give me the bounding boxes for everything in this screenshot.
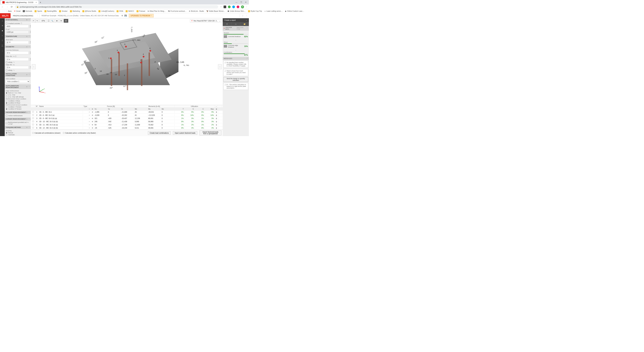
row-expand-icon[interactable]: ✥ (91, 123, 94, 126)
anchor-5[interactable] (125, 46, 127, 47)
row-expand-icon[interactable]: ✥ (91, 117, 94, 120)
view-2d-button[interactable]: 2D (64, 19, 68, 23)
header-menu-icon[interactable]: ⋮ (246, 14, 248, 17)
bookmark-workout[interactable]: NJ8 at-home workout… (167, 10, 187, 12)
new-tab-icon[interactable]: + (40, 1, 41, 4)
hole-cond-select[interactable]: Hole condition 1 (6, 80, 30, 83)
row-expand-icon[interactable]: ✥ (91, 127, 94, 129)
rail-anchor-icon[interactable]: ⊥ (1, 19, 4, 22)
cracked-checkbox[interactable] (6, 23, 8, 24)
viewport-next[interactable]: › (218, 64, 222, 69)
er-radio-1[interactable] (6, 92, 8, 94)
rail-profile-icon[interactable]: T (1, 39, 4, 42)
rp-tab-1[interactable]: ⎘ (223, 22, 232, 26)
sort-icon[interactable]: ⌄ (215, 105, 218, 108)
messages-header[interactable]: MESSAGES⌃ (223, 57, 249, 60)
row-add-icon[interactable]: + (88, 120, 91, 123)
3d-viewport[interactable]: ‹ › 1 2 3 4 5 (31, 23, 223, 105)
load-row[interactable]: 5 3D - 11 - IBC 16-3 (d) (a) + ✥ 54 -413… (31, 123, 223, 126)
settings-gear-icon[interactable]: ⚙ (121, 14, 124, 17)
row-radio[interactable] (32, 114, 34, 116)
thickness-input[interactable] (6, 51, 29, 54)
viewport-prev[interactable]: ‹ (32, 64, 36, 69)
ext-icon-4[interactable] (237, 5, 239, 8)
anchor-6[interactable] (150, 50, 151, 52)
sec-temperature[interactable]: TEMPERATURE☆⌃ (5, 35, 31, 38)
bookmark-banking[interactable]: Banking/Bills (44, 10, 58, 12)
rail-more-icon[interactable]: ⋮ (1, 49, 4, 52)
save-icon[interactable]: 💾 (124, 14, 128, 17)
rp-tab-2[interactable]: ▭ (232, 22, 240, 26)
edit-icon[interactable]: ✎ (14, 61, 15, 63)
bookmark-sports[interactable]: Sports (34, 10, 43, 12)
anchor-reinf-chk[interactable] (6, 115, 8, 116)
spin-down[interactable]: ▾ (30, 26, 31, 28)
rail-concrete-icon[interactable]: ● (1, 29, 4, 32)
load-row[interactable]: 1 3D - 5 - IBC 16-1 + ✥ -1,895 0 -21,689… (31, 110, 223, 114)
row-radio[interactable] (32, 124, 34, 125)
bookmark-eddie[interactable]: 🦅Eddie Bauer Wome… (206, 10, 226, 12)
create-load-combos-button[interactable]: Create load combinations (148, 131, 170, 135)
import-loads-button[interactable]: Import factored loads from a spreadsheet (200, 130, 221, 135)
load-row[interactable]: 3 3D - 9 - IBC 16-3 (b) (a) + ✥ 321 -428… (31, 117, 223, 120)
nav-forward-icon[interactable]: → (6, 5, 8, 8)
bookmark-bricklink[interactable]: ⚙BrickLink - Studio (188, 10, 205, 12)
row-expand-icon[interactable]: ✥ (91, 111, 94, 113)
sec-torquing[interactable]: TORQUING METHOD☆⌃ (5, 126, 31, 129)
row-add-icon[interactable]: + (88, 111, 91, 113)
zoom-up[interactable]: ▴ (48, 19, 50, 21)
zoom-down[interactable]: ▾ (48, 21, 50, 22)
anchor-2[interactable] (140, 62, 142, 63)
inf-py-chk[interactable] (6, 69, 8, 71)
row-radio[interactable] (32, 111, 34, 113)
window-minimize-icon[interactable]: — (236, 1, 237, 3)
bookmark-risa[interactable]: RISA (116, 10, 124, 12)
row-delete-icon[interactable]: 🗑 (215, 120, 218, 123)
sec-anchor-reinf[interactable]: ANCHOR REINFORCEMENT☆⌃ (5, 111, 31, 114)
row-add-icon[interactable]: + (88, 127, 91, 129)
load-row[interactable]: 6 3D - 12 - IBC 16-3 (d) (b) + ✥ -25 -52… (31, 126, 223, 130)
bookmark-gizmodo[interactable]: GGizmodo (22, 10, 33, 12)
profile-avatar[interactable]: B (241, 5, 244, 8)
calc-active-radio[interactable] (63, 132, 64, 134)
add-force-icon[interactable]: + (88, 108, 91, 110)
bookmark-home[interactable]: @Home Builds (82, 10, 97, 12)
bookmark-ryder[interactable]: Ryder Cup Trip (247, 10, 263, 12)
undo-button[interactable]: ↶ (32, 19, 35, 23)
bookmark-laser[interactable]: ▭Laser cutting servic… (264, 10, 284, 12)
short-term-input[interactable] (6, 41, 29, 44)
search-button[interactable]: 🔍 (50, 19, 54, 23)
tc-radio-a[interactable] (6, 106, 8, 108)
edge-py-input[interactable] (6, 66, 29, 69)
browser-tab[interactable]: Hilti PROFIS Engineering - 3.0.53 × (1, 0, 38, 4)
rail-section-icon[interactable]: 工 (1, 44, 4, 47)
tension-expand[interactable]: ⌄ (224, 38, 248, 41)
rail-rebar-icon[interactable]: ≈ (1, 34, 4, 37)
star-toggle-icon[interactable]: ★ (26, 19, 28, 21)
row-delete-icon[interactable]: 🗑 (215, 111, 218, 113)
row-delete-icon[interactable]: 🗑 (215, 127, 218, 129)
bookmark-podcast[interactable]: Podcast (136, 10, 146, 12)
star-icon[interactable]: ☆ (220, 6, 222, 8)
info-icon[interactable]: ⓘ (21, 22, 22, 24)
sec-install[interactable]: INSTALLATION CONDITIONS☆⌃ (5, 72, 31, 77)
row-add-icon[interactable]: + (88, 117, 91, 120)
edge-px-input[interactable] (6, 58, 29, 61)
bookmark-nascc[interactable]: NASCC (125, 10, 135, 12)
tab-close-icon[interactable]: × (36, 1, 36, 3)
expand-force-icon[interactable]: ✥ (91, 108, 94, 110)
rp-tab-3[interactable]: 📁 (240, 22, 249, 26)
zoom-level[interactable]: 47% (40, 19, 47, 23)
bookmark-smoker[interactable]: Smoker (58, 10, 68, 12)
spin-up[interactable]: ▴ (30, 25, 31, 26)
rail-star-icon[interactable]: ★ (1, 24, 4, 27)
bookmark-custom[interactable]: ◉Online Custom Lase… (284, 10, 305, 12)
ext-icon-3[interactable] (232, 5, 235, 8)
send-to-qty-calc-button[interactable]: Send the design to quantity calculator (224, 77, 248, 82)
shear-expand[interactable]: ⌄ (224, 49, 248, 51)
create-report-button[interactable]: Create a report→ (223, 18, 249, 22)
delete-all-icon[interactable]: 🗑 (215, 108, 218, 110)
torq-auto-radio[interactable] (6, 134, 8, 136)
redo-button[interactable]: ↷ (35, 19, 39, 23)
hilti-logo[interactable]: HILTI (0, 13, 10, 18)
